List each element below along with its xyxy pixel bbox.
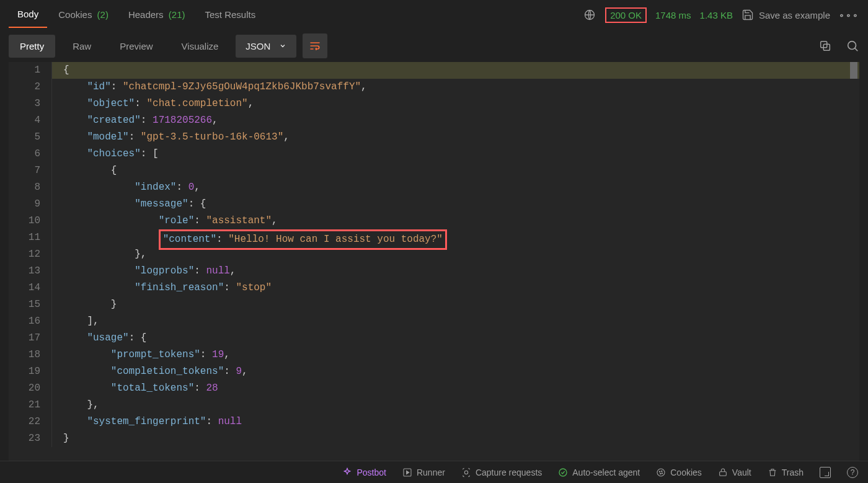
line-number: 5 <box>9 129 52 146</box>
tab-cookies-label: Cookies <box>58 9 92 20</box>
line-number: 14 <box>9 280 52 296</box>
view-controls-bar: Pretty Raw Preview Visualize JSON <box>0 30 868 62</box>
cookies-button[interactable]: Cookies <box>656 467 702 477</box>
line-number: 16 <box>9 313 52 330</box>
line-number: 2 <box>9 79 52 95</box>
line-number: 6 <box>9 146 52 162</box>
response-body[interactable]: 1{ 2 "id": "chatcmpl-9ZJy65gOuW4pq1Zkb6J… <box>9 62 859 461</box>
line-number: 11 <box>9 229 52 246</box>
svg-point-8 <box>660 471 660 472</box>
status-badge: 200 OK <box>605 7 647 23</box>
vault-button[interactable]: Vault <box>718 467 751 477</box>
trash-label: Trash <box>782 467 804 477</box>
svg-rect-12 <box>720 471 727 476</box>
svg-point-6 <box>559 469 567 476</box>
tab-headers-label: Headers <box>128 9 164 20</box>
svg-point-9 <box>662 471 662 471</box>
search-button[interactable] <box>846 39 859 53</box>
help-button[interactable]: ? <box>847 467 858 478</box>
tab-headers[interactable]: Headers (21) <box>120 3 194 27</box>
svg-point-3 <box>848 42 856 50</box>
line-number: 7 <box>9 162 52 179</box>
wrap-lines-button[interactable] <box>303 33 327 58</box>
auto-agent-label: Auto-select agent <box>572 467 640 477</box>
panel-layout-button[interactable] <box>820 467 831 478</box>
layout-icon <box>820 467 831 478</box>
line-number: 13 <box>9 263 52 280</box>
scroll-thumb[interactable] <box>850 62 857 79</box>
svg-point-10 <box>660 473 661 474</box>
line-number: 22 <box>9 414 52 430</box>
line-number: 1 <box>9 62 52 79</box>
format-dropdown[interactable]: JSON <box>236 35 296 58</box>
capture-label: Capture requests <box>476 467 542 477</box>
line-number: 18 <box>9 347 52 363</box>
help-icon: ? <box>847 467 858 478</box>
view-raw[interactable]: Raw <box>61 35 102 58</box>
response-tabs-bar: Body Cookies (2) Headers (21) Test Resul… <box>0 0 868 30</box>
tab-cookies-count: (2) <box>97 9 108 20</box>
line-number: 20 <box>9 380 52 397</box>
tab-cookies[interactable]: Cookies (2) <box>50 3 117 27</box>
postbot-label: Postbot <box>356 467 386 477</box>
copy-button[interactable] <box>818 39 832 53</box>
cookies-label: Cookies <box>670 467 702 477</box>
line-number: 17 <box>9 330 52 347</box>
chevron-down-icon <box>279 42 286 50</box>
line-number: 10 <box>9 213 52 229</box>
globe-icon[interactable] <box>583 8 596 22</box>
trash-button[interactable]: Trash <box>768 467 804 477</box>
svg-point-7 <box>657 469 665 476</box>
save-as-example-button[interactable]: Save as example <box>742 9 830 21</box>
line-number: 21 <box>9 397 52 414</box>
save-as-example-label: Save as example <box>759 10 830 20</box>
line-number: 23 <box>9 430 52 447</box>
tab-test-results[interactable]: Test Results <box>196 3 264 27</box>
response-size: 1.43 KB <box>700 10 733 20</box>
view-visualize[interactable]: Visualize <box>170 35 230 58</box>
format-dropdown-label: JSON <box>246 41 270 51</box>
auto-select-agent-button[interactable]: Auto-select agent <box>558 467 640 477</box>
line-number: 15 <box>9 296 52 313</box>
view-preview[interactable]: Preview <box>108 35 164 58</box>
line-number: 4 <box>9 112 52 129</box>
svg-point-11 <box>662 472 663 473</box>
vault-label: Vault <box>732 467 751 477</box>
line-number: 9 <box>9 196 52 213</box>
line-number: 3 <box>9 95 52 112</box>
more-actions-button[interactable]: ∘∘∘ <box>839 10 859 20</box>
runner-label: Runner <box>417 467 445 477</box>
runner-button[interactable]: Runner <box>402 467 445 477</box>
response-time: 1748 ms <box>655 10 691 20</box>
line-number: 19 <box>9 363 52 380</box>
response-meta: 200 OK 1748 ms 1.43 KB Save as example ∘… <box>583 7 859 23</box>
postbot-button[interactable]: Postbot <box>342 467 386 477</box>
capture-requests-button[interactable]: Capture requests <box>461 467 542 477</box>
tab-headers-count: (21) <box>169 9 185 20</box>
view-pretty[interactable]: Pretty <box>9 35 55 58</box>
svg-point-5 <box>464 471 467 474</box>
line-number: 12 <box>9 246 52 263</box>
status-bar: Postbot Runner Capture requests Auto-sel… <box>0 461 868 483</box>
line-number: 8 <box>9 179 52 196</box>
tab-body[interactable]: Body <box>9 2 47 28</box>
